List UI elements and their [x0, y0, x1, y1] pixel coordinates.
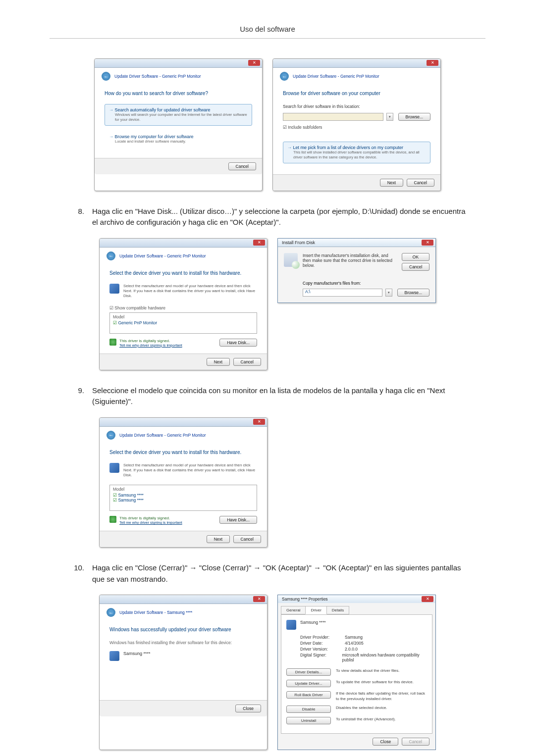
- step-8: 8. Haga clic en "Have Disk... (Utilizar …: [69, 206, 466, 228]
- breadcrumb: ← Update Driver Software - Generic PnP M…: [100, 248, 267, 264]
- instruction-text: Insert the manufacturer's installation d…: [303, 253, 395, 271]
- close-icon[interactable]: ✕: [248, 60, 260, 66]
- ok-button[interactable]: OK: [402, 253, 429, 261]
- update-driver-desc: To update the driver software for this d…: [336, 680, 427, 685]
- breadcrumb: ← Update Driver Software - Generic PnP M…: [95, 68, 262, 85]
- close-icon[interactable]: ✕: [422, 596, 433, 602]
- copy-path-input[interactable]: A:\: [303, 289, 382, 297]
- signed-text: This driver is digitally signed.: [119, 516, 182, 520]
- browse-button[interactable]: Browse...: [397, 289, 429, 297]
- dialog-heading: How do you want to search for driver sof…: [105, 91, 252, 96]
- tab-details[interactable]: Details: [326, 606, 349, 614]
- device-name: Samsung ****: [123, 651, 257, 661]
- cancel-button[interactable]: Cancel: [402, 263, 429, 271]
- browse-dialog: ✕ ← Update Driver Software - Generic PnP…: [272, 58, 441, 191]
- copy-from-label: Copy manufacturer's files from:: [303, 281, 429, 286]
- dialog-titlebar: ✕: [95, 59, 262, 68]
- cancel-button[interactable]: Cancel: [233, 358, 261, 366]
- cancel-button[interactable]: Cancel: [233, 535, 261, 543]
- dialog-titlebar: Samsung **** Properties ✕: [278, 595, 435, 603]
- breadcrumb-text: Update Driver Software - Samsung ****: [119, 610, 192, 615]
- close-button[interactable]: Close: [235, 705, 261, 712]
- option-search-auto[interactable]: Search automatically for updated driver …: [105, 104, 252, 126]
- disable-desc: Disables the selected device.: [336, 706, 427, 710]
- signing-info-link[interactable]: Tell me why driver signing is important: [119, 520, 182, 525]
- model-list[interactable]: Model Samsung **** Samsung ****: [109, 485, 257, 511]
- model-item[interactable]: Samsung ****: [113, 498, 254, 503]
- back-icon[interactable]: ←: [280, 72, 289, 81]
- shield-icon: [109, 516, 116, 523]
- tab-general[interactable]: General: [281, 606, 306, 614]
- show-compatible-checkbox[interactable]: ☑ Show compatible hardware: [109, 305, 257, 310]
- next-button[interactable]: Next: [207, 358, 230, 366]
- close-icon[interactable]: ✕: [253, 240, 265, 246]
- breadcrumb: ← Update Driver Software - Generic PnP M…: [100, 427, 267, 444]
- uninstall-desc: To uninstall the driver (Advanced).: [336, 717, 427, 722]
- signer-label: Digital Signer:: [300, 653, 342, 662]
- select-driver-dialog: ✕ ← Update Driver Software - Generic PnP…: [99, 238, 268, 370]
- success-dialog: ✕ ← Update Driver Software - Samsung ***…: [99, 595, 268, 750]
- dialog-heading: Windows has successfully updated your dr…: [109, 627, 257, 632]
- close-icon[interactable]: ✕: [427, 60, 438, 66]
- option-pick-from-list[interactable]: Let me pick from a list of device driver…: [283, 142, 430, 163]
- browse-button[interactable]: Browse...: [398, 113, 430, 121]
- tab-bar: General Driver Details: [278, 603, 435, 614]
- model-item[interactable]: Generic PnP Monitor: [113, 320, 254, 325]
- back-icon[interactable]: ←: [107, 431, 115, 440]
- dialog-title: Samsung **** Properties: [282, 597, 328, 602]
- device-name: Samsung ****: [300, 620, 326, 630]
- dialog-titlebar: ✕: [273, 59, 440, 68]
- date-value: 4/14/2005: [345, 641, 364, 646]
- header-rule: [50, 38, 485, 39]
- dropdown-icon[interactable]: ▾: [386, 113, 393, 121]
- back-icon: ←: [107, 608, 115, 617]
- shield-icon: [109, 339, 116, 346]
- cancel-button[interactable]: Cancel: [228, 162, 256, 170]
- close-icon[interactable]: ✕: [253, 419, 265, 425]
- include-subfolders-checkbox[interactable]: ☑ Include subfolders: [283, 125, 430, 130]
- close-icon[interactable]: ✕: [422, 240, 433, 246]
- step-text: Seleccione el modelo que coincida con su…: [92, 385, 466, 407]
- tab-driver[interactable]: Driver: [305, 606, 326, 614]
- close-button[interactable]: Close: [373, 738, 398, 746]
- disk-icon: [284, 253, 298, 267]
- uninstall-button[interactable]: Uninstall: [286, 717, 331, 724]
- have-disk-button[interactable]: Have Disk...: [219, 339, 257, 347]
- select-model-dialog: ✕ ← Update Driver Software - Generic PnP…: [99, 417, 268, 548]
- close-icon[interactable]: ✕: [253, 596, 265, 602]
- step-number: 9.: [69, 385, 84, 407]
- driver-details-button[interactable]: Driver Details...: [286, 668, 331, 676]
- have-disk-button[interactable]: Have Disk...: [219, 516, 257, 524]
- next-button[interactable]: Next: [207, 535, 230, 543]
- update-driver-button[interactable]: Update Driver...: [286, 680, 331, 687]
- rollback-driver-button[interactable]: Roll Back Driver: [286, 691, 331, 699]
- option-subtext: Locate and install driver software manua…: [115, 139, 248, 144]
- dialog-titlebar: ✕: [100, 595, 267, 604]
- model-list[interactable]: Model Generic PnP Monitor: [109, 312, 257, 334]
- next-button[interactable]: Next: [380, 179, 403, 187]
- option-title: Let me pick from a list of device driver…: [287, 145, 426, 150]
- tab-panel-driver: Samsung **** Driver Provider:Samsung Dri…: [281, 614, 432, 734]
- option-title: Browse my computer for driver software: [109, 134, 248, 139]
- device-icon: [109, 651, 119, 661]
- option-title: Search automatically for updated driver …: [109, 107, 248, 112]
- model-item[interactable]: Samsung ****: [113, 493, 254, 498]
- back-icon[interactable]: ←: [107, 252, 115, 260]
- signing-info-link[interactable]: Tell me why driver signing is important: [119, 343, 182, 348]
- location-label: Search for driver software in this locat…: [283, 104, 430, 109]
- cancel-button[interactable]: Cancel: [407, 179, 434, 187]
- path-input[interactable]: [283, 113, 383, 121]
- option-subtext: This list will show installed driver sof…: [293, 150, 426, 160]
- breadcrumb-text: Update Driver Software - Generic PnP Mon…: [119, 253, 206, 258]
- option-browse-computer[interactable]: Browse my computer for driver software L…: [105, 131, 252, 148]
- instruction-text: Select the manufacturer and model of you…: [123, 463, 257, 478]
- back-icon[interactable]: ←: [102, 72, 110, 81]
- provider-label: Driver Provider:: [300, 635, 345, 640]
- page-title: Uso del software: [50, 25, 485, 33]
- dropdown-icon[interactable]: ▾: [385, 289, 392, 297]
- driver-details-desc: To view details about the driver files.: [336, 668, 427, 673]
- step-10: 10. Haga clic en "Close (Cerrar)" → "Clo…: [69, 562, 466, 585]
- instruction-text: Select the manufacturer and model of you…: [123, 284, 257, 299]
- properties-dialog: Samsung **** Properties ✕ General Driver…: [277, 595, 436, 750]
- disable-button[interactable]: Disable: [286, 706, 331, 713]
